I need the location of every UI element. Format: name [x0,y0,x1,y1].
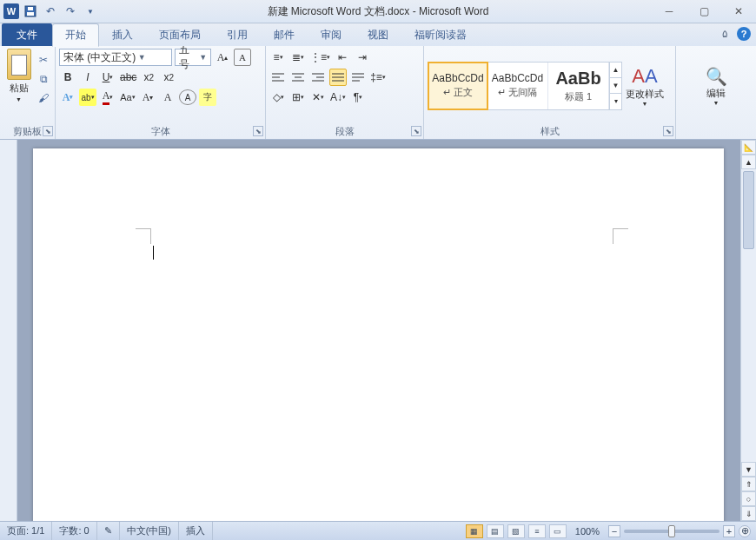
distributed-icon[interactable] [349,69,367,86]
character-shading-icon[interactable]: Aa▾ [119,89,136,106]
style-heading1[interactable]: AaBb 标题 1 [548,63,609,109]
prev-page-button[interactable]: ⇑ [741,477,756,491]
styles-launcher[interactable]: ⬊ [663,126,673,136]
change-case-icon[interactable]: A [234,49,251,66]
subscript-button[interactable]: x2 [140,69,157,86]
scroll-thumb[interactable] [743,171,754,249]
cut-icon[interactable]: ✂ [36,52,51,68]
scroll-up-button[interactable]: ▲ [741,155,756,169]
grow-font-icon[interactable]: A▴ [214,49,231,66]
change-styles-icon: AA [632,65,657,88]
zoom-slider[interactable] [624,530,720,533]
status-page[interactable]: 页面: 1/1 [0,522,52,540]
undo-icon[interactable]: ↶ [42,3,59,20]
justify-icon[interactable] [329,69,347,86]
word-app-icon[interactable]: W [3,3,19,19]
sort-icon[interactable]: ✕▾ [309,89,327,106]
decrease-indent-icon[interactable]: ⇤ [334,49,351,66]
borders-icon[interactable]: ⊞▾ [289,89,307,106]
paragraph-launcher[interactable]: ⬊ [411,126,421,136]
zoom-fit-button[interactable]: ⊕ [739,525,751,537]
web-view[interactable]: ▧ [507,524,525,538]
redo-icon[interactable]: ↷ [62,3,79,20]
font-color-icon[interactable]: A▾ [99,89,116,106]
outline-view[interactable]: ≡ [528,524,546,538]
tab-file[interactable]: 文件 [2,23,52,46]
status-insert-mode[interactable]: 插入 [179,522,213,540]
tab-insert[interactable]: 插入 [99,23,146,46]
phonetic-guide-icon[interactable]: 字 [199,89,216,106]
zoom-thumb[interactable] [668,525,675,537]
select-browse-button[interactable]: ○ [741,491,756,506]
page[interactable] [33,148,724,521]
close-button[interactable]: ✕ [721,0,756,23]
font-name-combo[interactable]: 宋体 (中文正文)▼ [59,49,172,66]
maximize-button[interactable]: ▢ [686,0,721,23]
styles-scroll-down[interactable]: ▼ [610,78,621,94]
highlight-icon[interactable]: ab▾ [79,89,96,106]
clear-formatting-icon[interactable]: A [159,89,176,106]
scroll-track[interactable] [741,169,756,462]
tab-review[interactable]: 审阅 [308,23,355,46]
ribbon: 粘贴 ▼ ✂ ⧉ 🖌 剪贴板⬊ 宋体 (中文正文)▼ 五号▼ A▴ A B I … [0,46,756,140]
fullscreen-view[interactable]: ▤ [487,524,504,538]
status-words[interactable]: 字数: 0 [52,522,96,540]
font-launcher[interactable]: ⬊ [253,126,263,136]
zoom-percent[interactable]: 100% [575,526,600,537]
status-proofing[interactable]: ✎ [97,522,120,540]
change-styles-button[interactable]: AA 更改样式 ▼ [626,65,664,107]
vertical-scrollbar[interactable]: 📐 ▲ ▼ ⇑ ○ ⇓ [740,140,756,521]
document-scroll[interactable] [17,140,740,521]
ruler-toggle-icon[interactable]: 📐 [741,140,756,155]
print-layout-view[interactable]: ▦ [466,524,483,538]
tab-mailings[interactable]: 邮件 [261,23,308,46]
save-icon[interactable] [22,3,39,20]
align-right-icon[interactable] [309,69,327,86]
bold-button[interactable]: B [59,69,76,86]
draft-view[interactable]: ▭ [549,524,567,538]
style-normal[interactable]: AaBbCcDd ↵ 正文 [428,62,488,110]
tab-home[interactable]: 开始 [52,23,99,47]
next-page-button[interactable]: ⇓ [741,506,756,521]
zoom-out-button[interactable]: − [608,525,620,537]
underline-button[interactable]: U▾ [99,69,116,86]
find-button[interactable]: 🔍 编辑 ▼ [700,66,733,106]
align-center-icon[interactable] [289,69,307,86]
clipboard-launcher[interactable]: ⬊ [43,126,53,136]
help-icon[interactable]: ? [737,27,751,41]
styles-scroll-up[interactable]: ▲ [610,63,621,78]
font-size-combo[interactable]: 五号▼ [175,49,211,66]
bullets-icon[interactable]: ≡▾ [269,49,287,66]
scroll-down-button[interactable]: ▼ [741,462,756,477]
align-left-icon[interactable] [269,69,287,86]
italic-button[interactable]: I [79,69,96,86]
format-painter-icon[interactable]: 🖌 [36,90,51,106]
tab-view[interactable]: 视图 [355,23,401,46]
vertical-ruler[interactable] [0,140,17,521]
minimize-ribbon-icon[interactable]: ۵ [718,27,732,41]
strikethrough-button[interactable]: abc [119,69,137,86]
numbering-icon[interactable]: ≣▾ [289,49,307,66]
shading-icon[interactable]: ◇▾ [269,89,287,106]
group-editing: 🔍 编辑 ▼ [676,46,756,139]
qat-dropdown-icon[interactable]: ▼ [82,3,99,20]
increase-indent-icon[interactable]: ⇥ [354,49,371,66]
tab-foxit[interactable]: 福昕阅读器 [401,23,480,46]
status-language[interactable]: 中文(中国) [120,522,179,540]
paragraph-mark-icon[interactable]: ¶▾ [349,89,367,106]
shrink-font-icon[interactable]: A▾ [139,89,156,106]
enclose-char-icon[interactable]: A [179,89,196,105]
styles-expand[interactable]: ▾ [610,94,621,109]
zoom-in-button[interactable]: + [723,525,735,537]
superscript-button[interactable]: x2 [160,69,177,86]
style-no-spacing[interactable]: AaBbCcDd ↵ 无间隔 [487,63,548,109]
line-spacing-icon[interactable]: ‡≡▾ [369,69,387,86]
tab-layout[interactable]: 页面布局 [146,23,214,46]
multilevel-list-icon[interactable]: ⋮≡▾ [309,49,331,66]
copy-icon[interactable]: ⧉ [36,71,51,87]
minimize-button[interactable]: ─ [652,0,686,23]
tab-references[interactable]: 引用 [214,23,261,46]
show-marks-icon[interactable]: A↓▾ [329,89,347,106]
paste-button[interactable]: 粘贴 ▼ [3,49,34,102]
text-effects-icon[interactable]: A▾ [59,89,76,106]
